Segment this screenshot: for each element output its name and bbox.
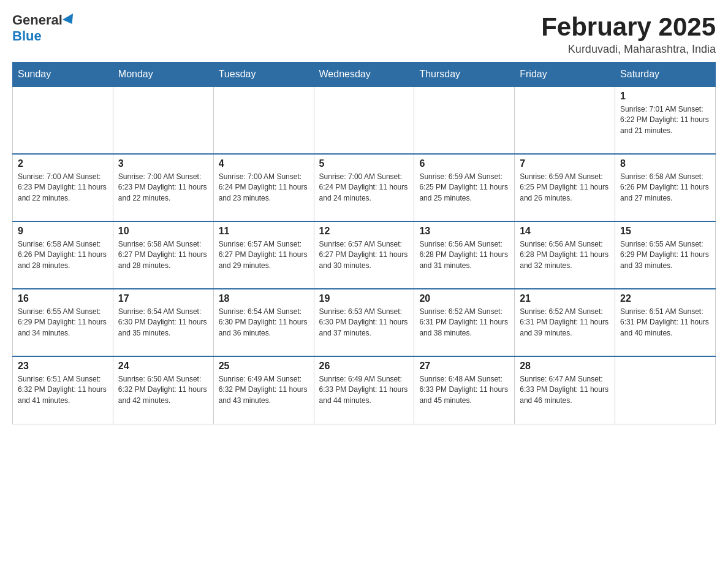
- day-number: 11: [219, 226, 309, 237]
- calendar-cell: 2Sunrise: 7:00 AM Sunset: 6:23 PM Daylig…: [13, 154, 113, 221]
- day-info: Sunrise: 6:47 AM Sunset: 6:33 PM Dayligh…: [520, 374, 610, 406]
- calendar-cell: 11Sunrise: 6:57 AM Sunset: 6:27 PM Dayli…: [213, 221, 314, 289]
- day-header-friday: Friday: [515, 63, 615, 87]
- day-info: Sunrise: 6:51 AM Sunset: 6:32 PM Dayligh…: [18, 374, 108, 406]
- day-info: Sunrise: 6:57 AM Sunset: 6:27 PM Dayligh…: [319, 239, 409, 271]
- logo: General Blue: [12, 12, 76, 44]
- calendar-cell: 9Sunrise: 6:58 AM Sunset: 6:26 PM Daylig…: [13, 221, 113, 289]
- week-row-2: 2Sunrise: 7:00 AM Sunset: 6:23 PM Daylig…: [13, 154, 716, 221]
- day-number: 2: [18, 158, 108, 169]
- calendar-cell: 4Sunrise: 7:00 AM Sunset: 6:24 PM Daylig…: [213, 154, 314, 221]
- day-number: 25: [219, 361, 309, 372]
- day-info: Sunrise: 6:56 AM Sunset: 6:28 PM Dayligh…: [520, 239, 610, 271]
- calendar-cell: 25Sunrise: 6:49 AM Sunset: 6:32 PM Dayli…: [213, 356, 314, 424]
- week-row-5: 23Sunrise: 6:51 AM Sunset: 6:32 PM Dayli…: [13, 356, 716, 424]
- day-info: Sunrise: 6:55 AM Sunset: 6:29 PM Dayligh…: [620, 239, 710, 271]
- day-number: 13: [419, 226, 509, 237]
- day-header-saturday: Saturday: [615, 63, 716, 87]
- calendar-header-row: SundayMondayTuesdayWednesdayThursdayFrid…: [13, 63, 716, 87]
- day-header-thursday: Thursday: [414, 63, 515, 87]
- day-number: 1: [620, 91, 710, 102]
- day-info: Sunrise: 6:59 AM Sunset: 6:25 PM Dayligh…: [520, 172, 610, 204]
- day-info: Sunrise: 7:00 AM Sunset: 6:23 PM Dayligh…: [18, 172, 108, 204]
- day-info: Sunrise: 6:48 AM Sunset: 6:33 PM Dayligh…: [419, 374, 509, 406]
- week-row-4: 16Sunrise: 6:55 AM Sunset: 6:29 PM Dayli…: [13, 289, 716, 356]
- calendar-cell: [13, 86, 113, 154]
- week-row-3: 9Sunrise: 6:58 AM Sunset: 6:26 PM Daylig…: [13, 221, 716, 289]
- day-header-sunday: Sunday: [13, 63, 113, 87]
- logo-blue-label: Blue: [12, 28, 42, 44]
- calendar-cell: 23Sunrise: 6:51 AM Sunset: 6:32 PM Dayli…: [13, 356, 113, 424]
- calendar-cell: 12Sunrise: 6:57 AM Sunset: 6:27 PM Dayli…: [314, 221, 414, 289]
- calendar-cell: 16Sunrise: 6:55 AM Sunset: 6:29 PM Dayli…: [13, 289, 113, 356]
- day-info: Sunrise: 7:01 AM Sunset: 6:22 PM Dayligh…: [620, 104, 710, 136]
- day-info: Sunrise: 6:54 AM Sunset: 6:30 PM Dayligh…: [219, 307, 309, 339]
- calendar-cell: 21Sunrise: 6:52 AM Sunset: 6:31 PM Dayli…: [515, 289, 615, 356]
- day-info: Sunrise: 7:00 AM Sunset: 6:24 PM Dayligh…: [319, 172, 409, 204]
- page-header: General Blue February 2025 Kurduvadi, Ma…: [12, 12, 716, 56]
- calendar-cell: 6Sunrise: 6:59 AM Sunset: 6:25 PM Daylig…: [414, 154, 515, 221]
- day-info: Sunrise: 6:56 AM Sunset: 6:28 PM Dayligh…: [419, 239, 509, 271]
- day-header-monday: Monday: [113, 63, 213, 87]
- day-number: 8: [620, 158, 710, 169]
- day-number: 27: [419, 361, 509, 372]
- calendar-cell: [515, 86, 615, 154]
- calendar-cell: [314, 86, 414, 154]
- day-number: 18: [219, 293, 309, 304]
- calendar-cell: 3Sunrise: 7:00 AM Sunset: 6:23 PM Daylig…: [113, 154, 213, 221]
- location-label: Kurduvadi, Maharashtra, India: [541, 43, 716, 56]
- calendar-cell: 17Sunrise: 6:54 AM Sunset: 6:30 PM Dayli…: [113, 289, 213, 356]
- calendar-cell: 1Sunrise: 7:01 AM Sunset: 6:22 PM Daylig…: [615, 86, 716, 154]
- calendar-cell: 14Sunrise: 6:56 AM Sunset: 6:28 PM Dayli…: [515, 221, 615, 289]
- day-number: 15: [620, 226, 710, 237]
- day-info: Sunrise: 6:52 AM Sunset: 6:31 PM Dayligh…: [419, 307, 509, 339]
- week-row-1: 1Sunrise: 7:01 AM Sunset: 6:22 PM Daylig…: [13, 86, 716, 154]
- day-number: 24: [118, 361, 208, 372]
- day-number: 16: [18, 293, 108, 304]
- day-info: Sunrise: 6:49 AM Sunset: 6:32 PM Dayligh…: [219, 374, 309, 406]
- day-info: Sunrise: 6:58 AM Sunset: 6:27 PM Dayligh…: [118, 239, 208, 271]
- logo-general-label: General: [12, 12, 63, 28]
- day-info: Sunrise: 6:58 AM Sunset: 6:26 PM Dayligh…: [18, 239, 108, 271]
- calendar-cell: 27Sunrise: 6:48 AM Sunset: 6:33 PM Dayli…: [414, 356, 515, 424]
- calendar-cell: 13Sunrise: 6:56 AM Sunset: 6:28 PM Dayli…: [414, 221, 515, 289]
- day-number: 23: [18, 361, 108, 372]
- calendar-cell: 8Sunrise: 6:58 AM Sunset: 6:26 PM Daylig…: [615, 154, 716, 221]
- calendar-cell: 28Sunrise: 6:47 AM Sunset: 6:33 PM Dayli…: [515, 356, 615, 424]
- calendar-cell: 24Sunrise: 6:50 AM Sunset: 6:32 PM Dayli…: [113, 356, 213, 424]
- day-number: 5: [319, 158, 409, 169]
- day-info: Sunrise: 6:57 AM Sunset: 6:27 PM Dayligh…: [219, 239, 309, 271]
- day-info: Sunrise: 6:55 AM Sunset: 6:29 PM Dayligh…: [18, 307, 108, 339]
- day-info: Sunrise: 6:50 AM Sunset: 6:32 PM Dayligh…: [118, 374, 208, 406]
- calendar-cell: 19Sunrise: 6:53 AM Sunset: 6:30 PM Dayli…: [314, 289, 414, 356]
- calendar-cell: 22Sunrise: 6:51 AM Sunset: 6:31 PM Dayli…: [615, 289, 716, 356]
- calendar-cell: 10Sunrise: 6:58 AM Sunset: 6:27 PM Dayli…: [113, 221, 213, 289]
- calendar-cell: 7Sunrise: 6:59 AM Sunset: 6:25 PM Daylig…: [515, 154, 615, 221]
- month-title: February 2025: [541, 12, 716, 42]
- calendar-cell: [414, 86, 515, 154]
- day-number: 9: [18, 226, 108, 237]
- logo-general-text: General: [12, 12, 76, 28]
- day-number: 19: [319, 293, 409, 304]
- day-number: 10: [118, 226, 208, 237]
- day-header-tuesday: Tuesday: [213, 63, 314, 87]
- logo-triangle-icon: [63, 13, 77, 27]
- day-header-wednesday: Wednesday: [314, 63, 414, 87]
- day-number: 20: [419, 293, 509, 304]
- day-number: 22: [620, 293, 710, 304]
- calendar-table: SundayMondayTuesdayWednesdayThursdayFrid…: [12, 62, 716, 424]
- day-info: Sunrise: 6:51 AM Sunset: 6:31 PM Dayligh…: [620, 307, 710, 339]
- day-number: 26: [319, 361, 409, 372]
- day-number: 14: [520, 226, 610, 237]
- day-info: Sunrise: 6:52 AM Sunset: 6:31 PM Dayligh…: [520, 307, 610, 339]
- day-number: 17: [118, 293, 208, 304]
- calendar-cell: [113, 86, 213, 154]
- calendar-cell: 26Sunrise: 6:49 AM Sunset: 6:33 PM Dayli…: [314, 356, 414, 424]
- day-info: Sunrise: 7:00 AM Sunset: 6:24 PM Dayligh…: [219, 172, 309, 204]
- day-number: 7: [520, 158, 610, 169]
- calendar-cell: 20Sunrise: 6:52 AM Sunset: 6:31 PM Dayli…: [414, 289, 515, 356]
- day-info: Sunrise: 6:49 AM Sunset: 6:33 PM Dayligh…: [319, 374, 409, 406]
- day-info: Sunrise: 7:00 AM Sunset: 6:23 PM Dayligh…: [118, 172, 208, 204]
- calendar-cell: 5Sunrise: 7:00 AM Sunset: 6:24 PM Daylig…: [314, 154, 414, 221]
- calendar-cell: [213, 86, 314, 154]
